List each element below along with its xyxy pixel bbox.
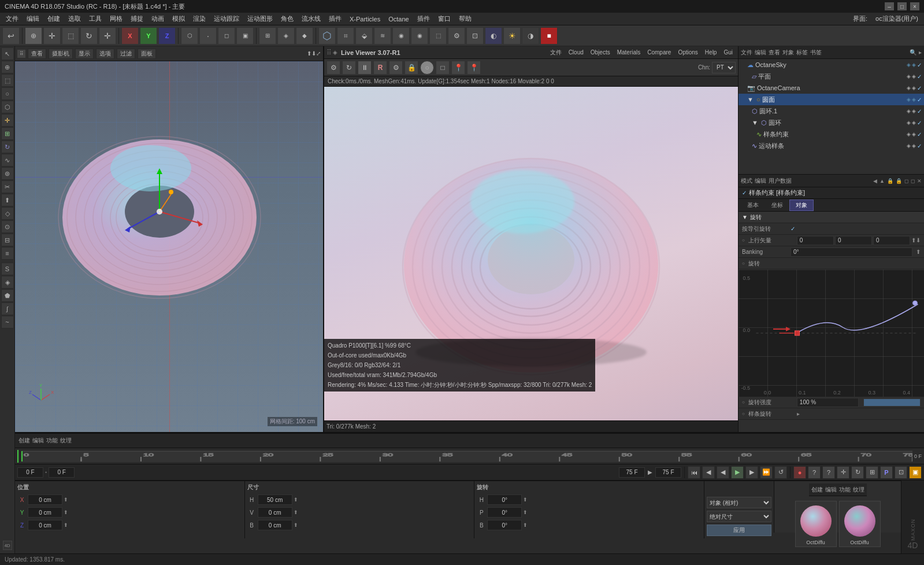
pb-play[interactable]: ▶ [731, 466, 744, 479]
undo-button[interactable]: ↩ [2, 27, 20, 45]
pos-x-input[interactable] [28, 494, 62, 505]
rp-more[interactable]: ▸ [919, 49, 922, 56]
lv-help[interactable]: Help [702, 48, 720, 57]
mode-scale[interactable]: ⬚ [62, 27, 79, 45]
pb-loop[interactable]: ↺ [774, 466, 787, 479]
lv-lock[interactable]: 🔒 [405, 61, 418, 75]
mode-move[interactable]: ✛ [43, 27, 61, 45]
current-frame-input2[interactable] [49, 467, 75, 478]
point-mode[interactable]: · [199, 27, 217, 45]
lv-objects[interactable]: Objects [588, 48, 613, 57]
size-mode-dropdown[interactable]: 绝对尺寸 [707, 511, 771, 522]
current-frame-input[interactable] [17, 467, 43, 478]
lv-settings[interactable]: ⚙ [326, 61, 340, 75]
menu-character[interactable]: 角色 [277, 13, 297, 24]
tool-extrude[interactable]: ⬆ [1, 194, 14, 206]
rp-file[interactable]: 文件 [741, 49, 752, 57]
tl-tab-texture[interactable]: 纹理 [60, 437, 72, 445]
pp-lock1[interactable]: 🔒 [887, 178, 893, 184]
rp-view[interactable]: 查看 [769, 49, 780, 57]
pb-rot[interactable]: ↻ [851, 466, 864, 479]
size-b-input[interactable] [258, 520, 292, 530]
tree-item-torus[interactable]: ▼ ⬡ 圆环 ◈ ◈ ✓ [739, 117, 924, 128]
view-snap-point[interactable]: ◉ [392, 27, 410, 45]
pb-param[interactable]: P [880, 466, 893, 479]
lv-chn-select[interactable]: PT [712, 62, 736, 73]
mode-select[interactable]: ⊕ [25, 27, 42, 45]
menu-plugins[interactable]: 插件 [325, 13, 345, 24]
tool-rotate[interactable]: ↻ [1, 141, 14, 153]
tree-item-octanecamera[interactable]: 📷 OctaneCamera ◈ ◈ ✓ [739, 82, 924, 94]
pb-scale[interactable]: ⊞ [866, 466, 878, 479]
view-paint[interactable]: ⬙ [355, 27, 373, 45]
menu-edit[interactable]: 编辑 [23, 13, 43, 24]
anim-record[interactable]: ⊞ [259, 27, 276, 45]
lv-R[interactable]: R [373, 61, 387, 75]
view-snap-poly[interactable]: ⬚ [429, 27, 447, 45]
view-light[interactable]: ☀ [503, 27, 521, 45]
scene-tree[interactable]: ☁ OctaneSky ◈ ◈ ✓ ▱ 平面 [739, 59, 924, 175]
lv-file[interactable]: 文件 [547, 47, 565, 58]
tl-tab-func[interactable]: 功能 [46, 437, 58, 445]
vp-camera[interactable]: 摄影机 [49, 49, 73, 59]
menu-file[interactable]: 文件 [2, 13, 22, 24]
menu-plugins2[interactable]: 插件 [414, 13, 433, 24]
vp-filter[interactable]: 过滤 [117, 49, 135, 59]
interface-select[interactable]: oc渲染器(用户) [872, 13, 922, 24]
tab-coord[interactable]: 坐标 [765, 200, 789, 211]
rp-bookmarks[interactable]: 书签 [810, 49, 822, 57]
pp-nav-up[interactable]: ▲ [880, 178, 885, 184]
tool-smooth[interactable]: ~ [1, 316, 14, 328]
tree-expand-null[interactable]: ▼ [747, 96, 754, 103]
lv-settings2[interactable]: ⚙ [389, 61, 403, 75]
pp-nav-left[interactable]: ◀ [873, 178, 877, 184]
lv-rect[interactable]: □ [436, 61, 450, 75]
material-thumb-2[interactable]: OctDiffu [839, 501, 881, 547]
lv-materials[interactable]: Materials [614, 48, 644, 57]
pb-last[interactable]: ⏩ [760, 466, 773, 479]
timeline-ruler[interactable]: 0 5 10 15 20 25 30 35 40 45 [21, 450, 912, 462]
pp-rect1[interactable]: ◻ [904, 178, 908, 184]
pp-userdata[interactable]: 用户数据 [769, 177, 792, 185]
lv-pin1[interactable]: 📍 [451, 61, 465, 75]
rotstr-radio[interactable]: ○ [742, 400, 745, 405]
mat-tab-func[interactable]: 功能 [839, 486, 851, 494]
rot-h-input[interactable] [487, 494, 522, 505]
menu-create[interactable]: 创建 [44, 13, 64, 24]
menu-select[interactable]: 选取 [65, 13, 84, 24]
menu-mesh[interactable]: 网格 [106, 13, 126, 24]
pos-y-input[interactable] [28, 507, 62, 518]
tool-bevel[interactable]: ◇ [1, 207, 14, 220]
pp-edit[interactable]: 编辑 [755, 177, 766, 185]
rp-edit[interactable]: 编辑 [755, 49, 766, 57]
pb-first[interactable]: ⏮ [688, 466, 700, 479]
tool-polygon[interactable]: ⬡ [1, 101, 14, 113]
pb-prev[interactable]: ◀ [702, 466, 715, 479]
lv-pin2[interactable]: 📍 [467, 61, 481, 75]
left-viewport[interactable]: ⠿ 查看 摄影机 显示 选项 过滤 面板 ⬆⬇⤢ [15, 46, 324, 432]
pb-orange[interactable]: ▣ [909, 466, 922, 479]
menu-animate[interactable]: 动画 [148, 13, 168, 24]
pb-move[interactable]: ✛ [837, 466, 849, 479]
lv-compare[interactable]: Compare [644, 48, 674, 57]
pb-record-red[interactable]: ● [793, 466, 806, 479]
tree-item-null[interactable]: ▼ ○ 圆面 ◈ ◈ ✓ [739, 94, 924, 105]
menu-xparticles[interactable]: X-Particles [346, 14, 384, 24]
axis-y[interactable]: Y [140, 27, 157, 45]
menu-render[interactable]: 渲染 [190, 13, 209, 24]
mat-tab-create[interactable]: 创建 [811, 486, 823, 494]
end-frame-input2[interactable] [655, 467, 681, 478]
section-rotation[interactable]: ▼ 旋转 [739, 212, 924, 223]
rotstr-bar[interactable] [863, 398, 921, 407]
view-mat[interactable]: ◐ [485, 27, 502, 45]
view-render[interactable]: ⚙ [448, 27, 465, 45]
upvec-radio[interactable]: ○ [742, 238, 745, 243]
menu-snap[interactable]: 捕捉 [127, 13, 147, 24]
pp-rect2[interactable]: ◻ [911, 178, 915, 184]
tool-paint[interactable]: ◈ [1, 276, 14, 289]
maximize-button[interactable]: □ [897, 2, 907, 10]
vp-options[interactable]: 选项 [96, 49, 114, 59]
mode-transform[interactable]: ✛ [99, 27, 116, 45]
pb-key2[interactable]: ? [822, 466, 835, 479]
tree-item-motion[interactable]: ∿ 运动样条 ◈ ◈ ✓ [739, 140, 924, 152]
